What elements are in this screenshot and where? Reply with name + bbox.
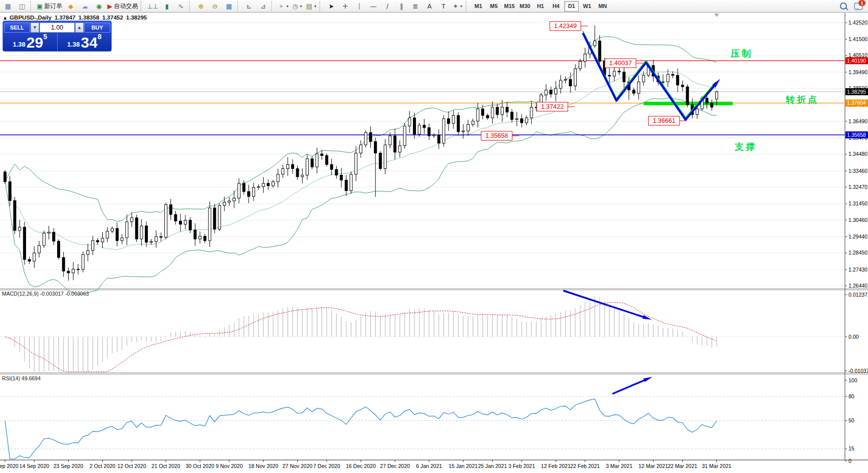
toolbar-separator <box>237 1 241 11</box>
line-chart-icon: ∿ <box>178 3 184 10</box>
svg-text:100: 100 <box>848 377 857 383</box>
bar-chart-icon[interactable]: ⊥⊥ <box>145 1 160 12</box>
quote-close: 1.38295 <box>126 15 147 21</box>
crosshair-icon: ✛ <box>343 3 348 10</box>
chart-window-icon[interactable]: ▦ <box>1 1 15 12</box>
toolbar-separator <box>271 1 275 11</box>
fibonacci-icon[interactable]: ≣ <box>408 1 422 12</box>
print-preview-icon[interactable]: ◫ <box>15 1 29 12</box>
svg-text:22 Feb 2021: 22 Feb 2021 <box>570 463 600 469</box>
turning-point-label[interactable]: 转折点 <box>785 95 819 105</box>
volume-increase-button[interactable]: ▲ <box>75 23 84 33</box>
quote-high: 1.38358 <box>78 15 99 21</box>
timeframe-w1[interactable]: W1 <box>580 1 594 12</box>
svg-text:15 Jan 2021: 15 Jan 2021 <box>449 463 478 469</box>
chevron-down-icon: ▾ <box>286 4 288 9</box>
svg-text:1.30460: 1.30460 <box>848 217 867 223</box>
toolbar-separator <box>30 1 34 11</box>
templates-icon[interactable]: ▤▾ <box>304 1 318 12</box>
indicators-add-icon[interactable]: ＋▾ <box>276 1 290 12</box>
text-label-icon: T <box>442 3 446 10</box>
trendline-icon[interactable]: ∕ <box>380 1 394 12</box>
svg-text:1.36490: 1.36490 <box>848 118 867 124</box>
chart-window-icon: ▦ <box>5 3 11 10</box>
svg-text:0.00: 0.00 <box>848 334 859 340</box>
toolbar-separator <box>189 1 193 11</box>
zoom-in-icon[interactable]: ⊕ <box>194 1 208 12</box>
text-label-icon[interactable]: T <box>437 1 451 12</box>
svg-text:16 Dec 2020: 16 Dec 2020 <box>346 463 376 469</box>
svg-text:1.26440: 1.26440 <box>848 283 867 289</box>
svg-text:2 Oct 2020: 2 Oct 2020 <box>90 463 116 469</box>
svg-text:3 Feb 2021: 3 Feb 2021 <box>508 463 535 469</box>
tile-windows-icon[interactable]: ▦ <box>222 1 236 12</box>
chart-shift-icon[interactable]: ⊿ <box>256 1 270 12</box>
cloud-icon[interactable]: ☁ <box>78 1 92 12</box>
cursor-icon[interactable]: ➤ <box>324 1 338 12</box>
search-icon[interactable] <box>840 3 847 10</box>
volume-decrease-button[interactable]: ▼ <box>31 23 39 33</box>
buy-price-big: 34 <box>81 36 97 50</box>
signals-icon[interactable]: ◉ <box>92 1 106 12</box>
volume-input[interactable]: 1.00 <box>40 23 75 33</box>
sell-button[interactable]: SELL <box>4 23 30 33</box>
buy-price[interactable]: 1.38 34 8 <box>58 33 112 51</box>
autotrading-icon[interactable]: ▶自动交易 <box>106 1 139 12</box>
chart-shift-icon: ⊿ <box>261 3 266 10</box>
svg-text:14 Sep 2020: 14 Sep 2020 <box>20 463 50 469</box>
vertical-line-icon: ｜ <box>356 2 363 11</box>
buy-price-small: 1.38 <box>67 40 80 50</box>
timeframe-m15[interactable]: M15 <box>502 1 517 12</box>
line-chart-icon[interactable]: ∿ <box>174 1 188 12</box>
buy-button[interactable]: BUY <box>84 23 110 33</box>
quote-header: ▲ GBPUSD-,Daily 1.37847 1.38358 1.37452 … <box>4 15 147 21</box>
support-label[interactable]: 支撑 <box>734 142 757 152</box>
chevron-down-icon: ▾ <box>314 4 316 9</box>
svg-text:0: 0 <box>848 458 851 464</box>
rsi-label: RSI(14) 49.6694 <box>2 375 41 381</box>
new-order-icon[interactable]: ▣新订单 <box>35 1 64 12</box>
shapes-icon[interactable]: ✦▾ <box>451 1 465 12</box>
resistance-label[interactable]: 压制 <box>730 49 753 59</box>
sell-price-small: 1.38 <box>13 40 26 50</box>
svg-text:1.40037: 1.40037 <box>609 60 631 67</box>
notifications-icon[interactable]: 1 <box>854 3 863 10</box>
autotrading-icon: ▶ <box>107 3 112 10</box>
vertical-line-icon[interactable]: ｜ <box>352 1 366 12</box>
channel-icon[interactable]: ∥ <box>394 1 408 12</box>
svg-text:1.41500: 1.41500 <box>848 36 867 42</box>
timeframe-mn[interactable]: MN <box>595 1 610 12</box>
text-icon[interactable]: A <box>422 1 437 12</box>
metaeditor-icon[interactable]: ◆ <box>64 1 78 12</box>
periods-clock-icon[interactable]: ◷▾ <box>290 1 304 12</box>
timeframe-h4[interactable]: H4 <box>549 1 563 12</box>
svg-text:1.37604: 1.37604 <box>847 100 866 106</box>
crosshair-icon[interactable]: ✛ <box>338 1 352 12</box>
candlestick-chart-icon[interactable]: ▮ <box>160 1 174 12</box>
new-order-icon-label: 新订单 <box>44 2 62 11</box>
auto-arrange-icon[interactable]: ⊾ <box>242 1 256 12</box>
horizontal-line-icon: — <box>370 3 376 10</box>
new-order-icon: ▣ <box>37 3 43 10</box>
zoom-out-icon[interactable]: ⊖ <box>208 1 222 12</box>
text-icon: A <box>427 3 432 10</box>
timeframe-d1[interactable]: D1 <box>564 1 579 12</box>
svg-text:1.34480: 1.34480 <box>848 151 867 157</box>
shapes-icon: ✦ <box>453 3 458 10</box>
svg-text:15: 15 <box>848 445 854 451</box>
signals-icon: ◉ <box>96 3 102 10</box>
svg-text:1.35658: 1.35658 <box>847 132 866 138</box>
timeframe-h1[interactable]: H1 <box>533 1 548 12</box>
candlestick-chart-icon: ▮ <box>165 3 168 10</box>
horizontal-line-icon[interactable]: — <box>366 1 380 12</box>
sell-price[interactable]: 1.38 29 5 <box>3 33 58 51</box>
svg-text:50: 50 <box>848 417 854 423</box>
one-click-trading-panel: SELL ▼ 1.00 ▲ BUY 1.38 29 5 1.38 34 8 <box>3 21 112 52</box>
metaeditor-icon: ◆ <box>68 3 73 10</box>
timeframe-m5[interactable]: M5 <box>487 1 501 12</box>
chart-area[interactable]: 1.423491.400371.374221.366611.35658压制转折点… <box>0 13 868 473</box>
timeframe-m1[interactable]: M1 <box>471 1 486 12</box>
trendline-icon: ∕ <box>386 3 388 10</box>
symbol-triangle-icon: ▲ <box>4 16 7 20</box>
timeframe-m30[interactable]: M30 <box>518 1 532 12</box>
